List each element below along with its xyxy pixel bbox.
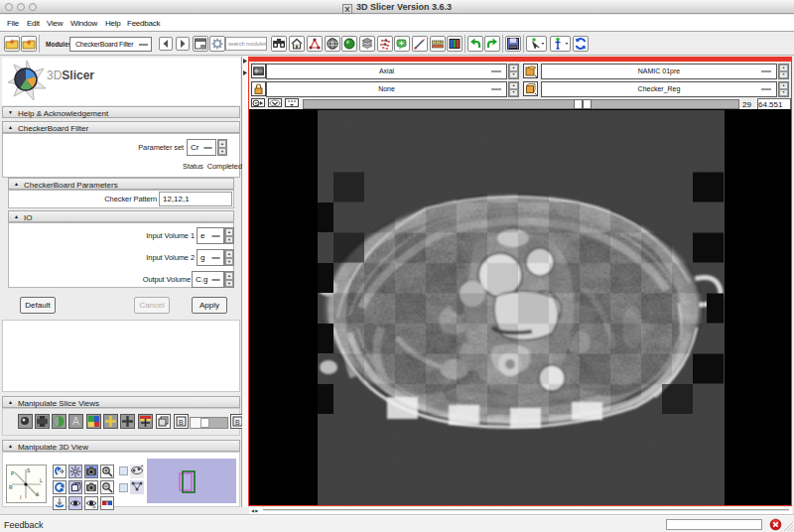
svg-text:S: S (255, 101, 259, 107)
svg-text:A: A (36, 491, 40, 497)
svg-text:A: A (72, 416, 79, 427)
svg-text:P: P (11, 470, 15, 476)
svg-text:B: B (179, 419, 184, 426)
svg-text:I: I (20, 494, 21, 500)
svg-text:L: L (40, 477, 43, 483)
svg-text:B: B (235, 419, 240, 426)
svg-text:S: S (27, 467, 31, 473)
svg-text:R: R (9, 484, 13, 490)
